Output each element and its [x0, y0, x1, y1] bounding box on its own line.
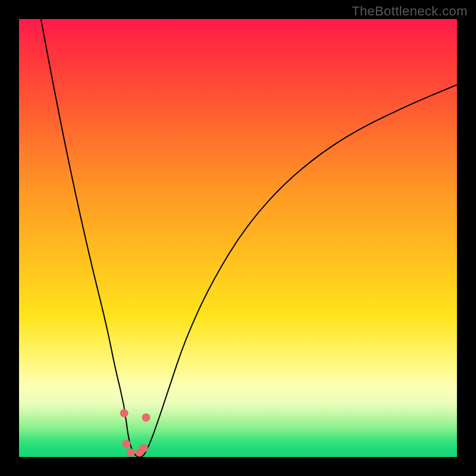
curve-marker — [127, 449, 135, 457]
curve-marker — [122, 440, 130, 448]
curve-marker — [120, 409, 129, 417]
curve-marker — [142, 414, 150, 422]
watermark-text: TheBottleneck.com — [352, 4, 468, 19]
curve-markers — [120, 409, 151, 456]
chart-frame: TheBottleneck.com — [0, 0, 476, 476]
plot-area — [19, 19, 457, 457]
bottleneck-curve — [41, 19, 457, 457]
curve-layer — [19, 19, 457, 457]
curve-marker — [140, 444, 148, 452]
